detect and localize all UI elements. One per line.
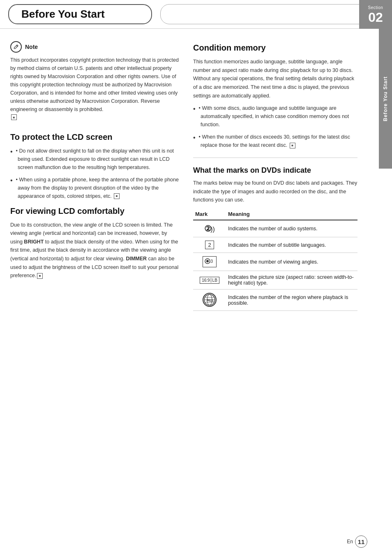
note-icon [10, 41, 22, 53]
lcd-protect-heading: To protect the LCD screen [10, 132, 179, 142]
table-row: 3 Indicates the number of viewing angles… [193, 253, 357, 271]
dvd-marks-heading: What the marks on DVDs indicate [193, 166, 357, 175]
note-label: Note [25, 44, 38, 50]
col-meaning: Meaning [226, 208, 357, 220]
svg-point-1 [206, 260, 209, 262]
section-label: Section [368, 5, 383, 10]
page-number-text: 11 [358, 538, 365, 545]
list-item: • With some discs, audio language and su… [193, 104, 357, 129]
lcd-viewing-section: For viewing LCD comfortably Due to its c… [10, 206, 179, 280]
left-column: Note This product incorporates copyright… [0, 37, 189, 315]
stop-mark-lcd [114, 193, 120, 199]
stop-mark-viewing [37, 273, 43, 279]
table-row: ALL Indicates the number of the region w… [193, 290, 357, 311]
lcd-protect-section: To protect the LCD screen • Do not allow… [10, 132, 179, 200]
table-row: 16:9 LB Indicates the picture size (aspe… [193, 271, 357, 290]
dvd-meaning-subtitle: Indicates the number of subtitle languag… [226, 237, 357, 253]
page-wrapper: Before You Start Section 02 Before You S… [0, 0, 392, 556]
header-middle-pill [160, 4, 384, 24]
lcd-protect-bullet-1: Do not allow direct sunlight to fall on … [18, 147, 179, 171]
main-content: Note This product incorporates copyright… [0, 29, 392, 340]
table-row: 2 ..... Indicates the number of subtitle… [193, 237, 357, 253]
dvd-marks-section: What the marks on DVDs indicate The mark… [193, 166, 357, 311]
dvd-marks-table: Mark Meaning ②)) Indicates the number of… [193, 208, 357, 311]
dvd-meaning-aspect: Indicates the picture size (aspect ratio… [226, 271, 357, 290]
note-header: Note [10, 41, 179, 53]
lcd-viewing-body: Due to its construction, the view angle … [10, 221, 179, 280]
list-item: • Do not allow direct sunlight to fall o… [10, 147, 179, 171]
dvd-meaning-audio: Indicates the number of audio systems. [226, 220, 357, 237]
right-column: Condition memory This function memorizes… [189, 37, 366, 315]
section-divider [193, 158, 357, 158]
stop-mark-note [11, 114, 17, 120]
page-footer: En 11 [347, 535, 367, 548]
svg-text:ALL: ALL [207, 298, 214, 302]
note-section: Note This product incorporates copyright… [10, 41, 179, 120]
condition-bullet-1: With some discs, audio language and subt… [201, 104, 357, 129]
lcd-protect-bullet-2: When using a portable phone, keep the an… [18, 176, 179, 200]
table-row: ②)) Indicates the number of audio system… [193, 220, 357, 237]
dvd-mark-audio: ②)) [193, 220, 226, 237]
dvd-marks-body: The marks below may be found on DVD disc… [193, 179, 357, 204]
page-number-badge: 11 [355, 535, 367, 548]
svg-text:3: 3 [210, 259, 213, 264]
lcd-protect-list: • Do not allow direct sunlight to fall o… [10, 147, 179, 200]
stop-mark-condition [290, 143, 295, 148]
condition-bullet-2: When the number of discs exceeds 30, set… [201, 133, 357, 149]
list-item: • When using a portable phone, keep the … [10, 176, 179, 200]
dvd-mark-region: ALL [193, 290, 226, 311]
dvd-mark-angle: 3 [193, 253, 226, 271]
page-title: Before You Start [8, 4, 152, 24]
header-bar: Before You Start Section 02 [0, 0, 392, 29]
section-badge: Section 02 [359, 0, 392, 29]
condition-memory-heading: Condition memory [193, 43, 357, 53]
dvd-mark-subtitle: 2 ..... [193, 237, 226, 253]
condition-memory-body: This function memorizes audio language, … [193, 58, 357, 100]
dvd-meaning-region: Indicates the number of the region where… [226, 290, 357, 311]
header-title-text: Before You Start [21, 8, 105, 21]
note-body: This product incorporates copyright prot… [10, 56, 179, 114]
list-item: • When the number of discs exceeds 30, s… [193, 133, 357, 149]
condition-memory-list: • With some discs, audio language and su… [193, 104, 357, 149]
condition-memory-section: Condition memory This function memorizes… [193, 43, 357, 149]
col-mark: Mark [193, 208, 226, 220]
section-number: 02 [368, 11, 383, 24]
dvd-mark-aspect: 16:9 LB [193, 271, 226, 290]
dvd-meaning-angle: Indicates the number of viewing angles. [226, 253, 357, 271]
en-label: En [347, 539, 353, 544]
lcd-viewing-heading: For viewing LCD comfortably [10, 206, 179, 216]
